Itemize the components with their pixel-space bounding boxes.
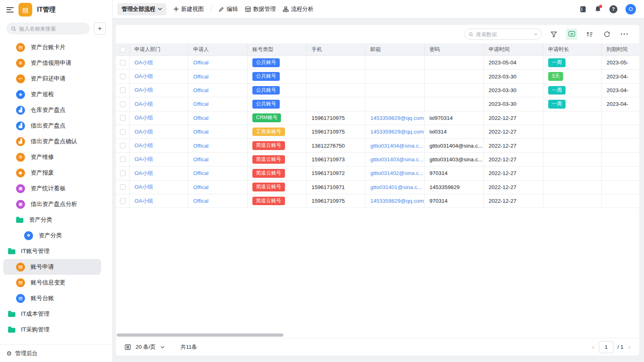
sidebar-item-lent-asset-check-confirm[interactable]: ▟借出资产盘点确认 (3, 134, 101, 149)
table-row[interactable]: OA小组Offical简道云账号159617109751453359829@qq… (116, 194, 639, 208)
row-checkbox[interactable] (120, 87, 126, 93)
sidebar-folder-it-account-folder[interactable]: IT账号管理 (3, 243, 101, 259)
select-all-checkbox[interactable] (120, 47, 126, 52)
collapse-sidebar-icon[interactable] (6, 7, 14, 12)
applicant-link[interactable]: Offical (193, 60, 208, 66)
table-row[interactable]: OA小组Offical公共账号2023-05-04一周2023-05- (116, 56, 639, 70)
row-checkbox[interactable] (120, 184, 126, 190)
sidebar-item-asset-category[interactable]: ❖资产分类 (3, 228, 101, 243)
sidebar-item-account-apply[interactable]: ▤账号申请 (3, 259, 101, 275)
sidebar-item-asset-repair[interactable]: ⚙资产维修 (3, 149, 101, 165)
next-page-icon[interactable]: › (627, 343, 631, 350)
email-link[interactable]: 1453359829@qq.com (370, 129, 424, 135)
admin-backend-button[interactable]: ⚙ 管理后台 (0, 344, 112, 362)
table-row[interactable]: OA小组Offical简道云账号15961710971gtto031401@si… (116, 181, 639, 194)
table-search[interactable] (464, 29, 542, 40)
page-size-select[interactable]: 20 条/页 (136, 343, 156, 351)
user-avatar[interactable]: O (625, 4, 636, 14)
sidebar-search-input[interactable] (19, 26, 85, 32)
table-row[interactable]: OA小组Offical公共账号2023-03-303天2023-04- (116, 70, 639, 83)
column-header-duration[interactable]: 申请时长 (543, 43, 602, 56)
applicant-link[interactable]: Offical (193, 156, 208, 162)
column-header-password[interactable]: 密码 (425, 43, 484, 56)
sidebar-folder-asset-category-folder[interactable]: 资产分类 (3, 212, 101, 228)
dept-link[interactable]: OA小组 (134, 101, 153, 108)
field-display-icon[interactable] (566, 29, 577, 40)
sidebar-item-account-ledger[interactable]: ▤账号台账 (3, 290, 101, 306)
email-link[interactable]: gttto031403@sina.c... (370, 156, 423, 162)
sidebar-item-warehouse-asset-check[interactable]: ▟仓库资产盘点 (3, 102, 101, 118)
row-checkbox[interactable] (120, 60, 126, 66)
data-manage-button[interactable]: 数据管理 (245, 6, 276, 13)
row-checkbox[interactable] (120, 74, 126, 79)
dept-link[interactable]: OA小组 (134, 128, 153, 136)
row-checkbox[interactable] (120, 143, 126, 148)
dept-link[interactable]: OA小组 (134, 73, 153, 80)
applicant-link[interactable]: Offical (193, 143, 208, 149)
applicant-link[interactable]: Offical (193, 184, 208, 190)
column-header-phone[interactable]: 手机 (307, 43, 365, 56)
sidebar-item-asset-inspection[interactable]: ◈资产巡检 (3, 86, 101, 102)
applicant-link[interactable]: Offical (193, 170, 208, 176)
column-header-type[interactable]: 账号类型 (248, 43, 307, 56)
email-link[interactable]: gttto031402@sina.c... (370, 170, 423, 176)
applicant-link[interactable]: Offical (193, 101, 208, 107)
row-checkbox[interactable] (120, 198, 126, 204)
sidebar-item-account-info-change[interactable]: ▤账号信息变更 (3, 275, 101, 290)
help-icon[interactable]: ? (609, 5, 617, 13)
table-row[interactable]: OA小组Offical简道云账号13812276750gttto031404@s… (116, 139, 639, 152)
sidebar-item-asset-borrow-apply[interactable]: ⊞资产借领用申请 (3, 55, 101, 71)
row-checkbox[interactable] (120, 115, 126, 121)
dept-link[interactable]: OA小组 (134, 114, 153, 121)
sidebar-search[interactable] (6, 23, 90, 35)
dept-link[interactable]: OA小组 (134, 170, 153, 177)
row-checkbox[interactable] (120, 156, 126, 162)
row-checkbox[interactable] (120, 101, 126, 107)
applicant-link[interactable]: Offical (193, 198, 208, 204)
add-app-button[interactable]: + (94, 23, 106, 35)
table-row[interactable]: OA小组Offical公共账号2023-03-30一周2023-04- (116, 97, 639, 111)
table-row[interactable]: OA小组OfficalCRM账号159617109751453359829@qq… (116, 111, 639, 125)
row-checkbox[interactable] (120, 129, 126, 135)
applicant-link[interactable]: Offical (193, 74, 208, 80)
filter-icon[interactable] (548, 29, 559, 40)
dept-link[interactable]: OA小组 (134, 59, 153, 66)
sidebar-item-asset-return-apply[interactable]: ↩资产归还申请 (3, 71, 101, 86)
column-header-apply[interactable]: 申请时间 (484, 43, 543, 56)
table-search-input[interactable] (476, 31, 531, 37)
dept-link[interactable]: OA小组 (134, 156, 153, 163)
prev-page-icon[interactable]: ‹ (591, 343, 595, 350)
applicant-link[interactable]: Offical (193, 87, 208, 93)
table-row[interactable]: OA小组Offical简道云账号15961710972gttto031402@s… (116, 167, 639, 180)
dept-link[interactable]: OA小组 (134, 197, 153, 205)
email-link[interactable]: 1453359829@qq.com (370, 115, 424, 121)
sidebar-item-asset-ledger-cards[interactable]: ▤资产台账卡片 (3, 39, 101, 55)
more-actions-icon[interactable]: ··· (619, 29, 630, 40)
edit-button[interactable]: 编辑 (219, 6, 238, 13)
sidebar-item-lent-asset-check[interactable]: ▟借出资产盘点 (3, 118, 101, 134)
email-link[interactable]: 1453359829@qq.com (370, 198, 424, 204)
sort-icon[interactable] (584, 29, 595, 40)
table-row[interactable]: OA小组Offical简道云账号15961710973gttto031403@s… (116, 153, 639, 167)
column-header-email[interactable]: 邮箱 (365, 43, 425, 56)
sidebar-item-asset-stats-dashboard[interactable]: ▣资产统计看板 (3, 181, 101, 196)
directory-icon[interactable] (579, 6, 586, 13)
dept-link[interactable]: OA小组 (134, 142, 153, 149)
dept-link[interactable]: OA小组 (134, 183, 153, 191)
horizontal-scrollbar[interactable] (117, 333, 283, 337)
applicant-link[interactable]: Offical (193, 129, 208, 135)
chevron-down-icon[interactable] (161, 346, 165, 348)
sidebar-item-asset-scrap[interactable]: ◉资产报废 (3, 165, 101, 181)
notifications-bell-icon[interactable] (594, 6, 601, 13)
sidebar-item-lent-asset-check-analysis[interactable]: ▣借出资产盘点分析 (3, 196, 101, 212)
refresh-icon[interactable] (601, 29, 613, 40)
dept-link[interactable]: OA小组 (134, 86, 153, 94)
column-header-applicant[interactable]: 申请人 (188, 43, 248, 56)
column-header-expiry[interactable]: 到期时间 (602, 43, 639, 56)
manage-all-flows-button[interactable]: 管理全部流程 (118, 3, 166, 15)
sidebar-folder-it-purchase-folder[interactable]: IT采购管理 (3, 322, 101, 337)
email-link[interactable]: gttto031404@sina.c... (370, 143, 423, 149)
row-checkbox[interactable] (120, 171, 126, 176)
page-number-input[interactable] (599, 341, 613, 353)
applicant-link[interactable]: Offical (193, 115, 208, 121)
